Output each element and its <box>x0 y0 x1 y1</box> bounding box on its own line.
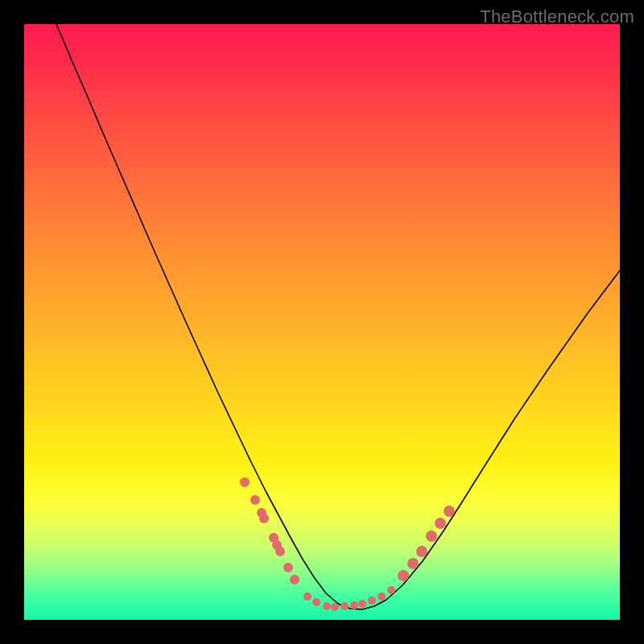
watermark-text: TheBottleneck.com <box>480 6 634 27</box>
gradient-background <box>24 24 620 620</box>
chart-plot-area <box>24 24 620 620</box>
